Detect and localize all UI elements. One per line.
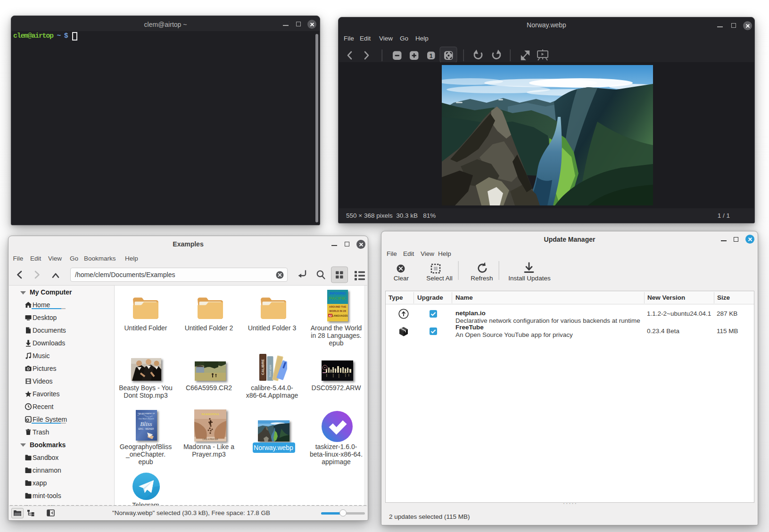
svg-text:PACIFIC: PACIFIC — [329, 295, 346, 301]
svg-text:INFOGRID: INFOGRID — [329, 292, 345, 295]
svg-text:CALIBRE: CALIBRE — [261, 359, 265, 375]
svg-text:Novel style: Novel style — [269, 364, 272, 377]
svg-text:1: 1 — [430, 53, 433, 59]
svg-text:One Man's Search: One Man's Search — [138, 417, 154, 420]
svg-text:MADONNA: MADONNA — [201, 412, 219, 416]
svg-text:AZ: AZ — [329, 314, 332, 317]
svg-text:THE GEOGRAPHY OF: THE GEOGRAPHY OF — [137, 413, 154, 415]
svg-text:AROUND THE: AROUND THE — [329, 305, 346, 308]
svg-text:LIKE A PRAYER: LIKE A PRAYER — [202, 438, 218, 440]
svg-text:ERIC · WEINER: ERIC · WEINER — [138, 428, 154, 430]
svg-text:WORLD IN 28: WORLD IN 28 — [329, 310, 346, 312]
svg-text:LANGUAGES: LANGUAGES — [332, 314, 348, 317]
svg-text:Bliss: Bliss — [140, 420, 152, 427]
